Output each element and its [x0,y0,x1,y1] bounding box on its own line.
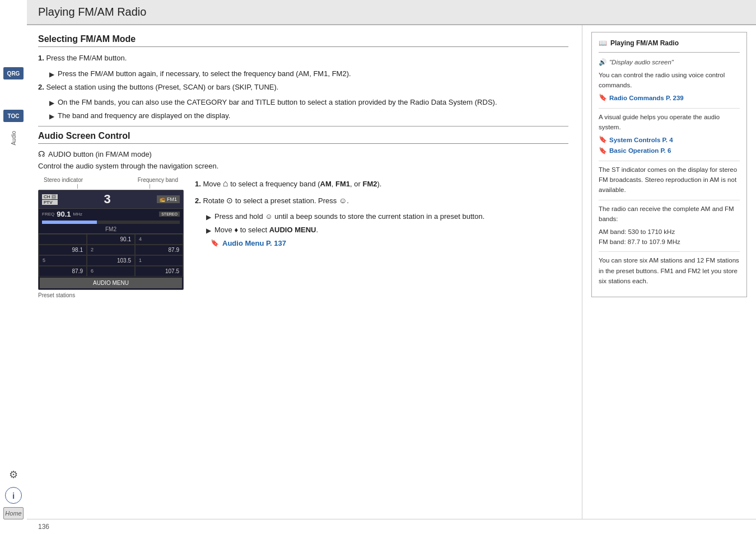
ref-icon-2: 🔖 [599,134,607,145]
screen-fm1: 📻 FM1 [157,195,180,203]
page-title-bar: Playing FM/AM Radio [27,0,756,25]
audio-menu-link-row[interactable]: 🔖 Audio Menu P. 137 [211,238,568,249]
page-footer: 136 [27,519,756,534]
right-para1: You can control the radio using voice co… [599,70,740,91]
step2: 2. Select a station using the buttons (P… [38,82,568,93]
preset-freq-5: 103.5 [87,255,135,266]
system-controls-link[interactable]: 🔖 System Controls P. 4 [599,134,740,145]
gear-icon[interactable]: ⚙ [4,466,22,484]
screen-ch-box: □ [52,194,57,199]
preset-freq-4: 98.1 [39,245,87,255]
right-column: 📖 Playing FM/AM Radio 🔊 "Display audio s… [582,25,756,519]
radio-commands-link[interactable]: 🔖 Radio Commands P. 239 [599,92,740,103]
step1-sub1: ▶ Press the FM/AM button again, if neces… [49,68,568,79]
right-para5: You can store six AM stations and 12 FM … [599,255,740,286]
move-icon: ⌂ [223,179,228,188]
screen-fm2-label: FM2 [39,225,183,233]
right-sub2: ▶ Move ♦ to select AUDIO MENU. [206,224,568,236]
screen-presets: 90.1 4 98.1 2 87.9 5 103.5 1 87.9 6 10 [39,233,183,277]
screen-audio-menu: AUDIO MENU [40,278,182,288]
right-step1: 1. Move ⌂ to select a frequency band (AM… [195,177,568,190]
audio-header-text: AUDIO button (in FM/AM mode) [48,150,152,158]
screen-top-row: CH □ PTV 3 📻 FM1 [39,190,183,209]
visual-guide-section: A visual guide helps you operate the aud… [599,112,740,156]
main-content: Playing FM/AM Radio Selecting FM/AM Mode… [27,0,756,534]
arrow-bullet-5: ▶ [206,226,211,236]
screen-label-right: Frequency band [138,177,178,183]
left-column: Selecting FM/AM Mode 1. Press the FM/AM … [27,25,582,519]
right-para2: A visual guide helps you operate the aud… [599,112,740,133]
right-sub2-text: Move ♦ to select AUDIO MENU. [214,224,318,236]
freq-label: FREQ [42,212,54,217]
preset-num-5: 5 [39,255,87,266]
audio-desc: Control the audio system through the nav… [38,162,568,170]
voice-icon: 🔊 [599,57,606,67]
audio-header: ☊ AUDIO button (in FM/AM mode) [38,149,568,158]
page-number: 136 [38,523,49,531]
radio-commands-anchor[interactable]: Radio Commands P. 239 [609,93,684,103]
right-sub1-text: Press and hold ☺ until a beep sounds to … [214,211,484,222]
screen-labels: Stereo indicator Frequency band [38,177,184,183]
preset-freq-1b: 87.9 [39,266,87,277]
home-button[interactable]: Home [3,507,24,519]
step2-sub2: ▶ The band and frequency are displayed o… [49,110,568,121]
right-step1-num: 1. [195,180,201,188]
info-box-title: 📖 Playing FM/AM Radio [599,38,740,49]
book-icon: 📖 [599,38,607,49]
freq-unit: MHz [73,212,82,217]
ref-icon-audio: 🔖 [211,238,219,248]
voice-section: 🔊 "Display audio screen" You can control… [599,57,740,103]
step1: 1. Press the FM/AM button. [38,53,568,64]
basic-operation-link[interactable]: 🔖 Basic Operation P. 6 [599,146,740,156]
basic-operation-anchor[interactable]: Basic Operation P. 6 [609,146,671,156]
arrow-bullet-3: ▶ [49,111,54,121]
step1-sub1-text: Press the FM/AM button again, if necessa… [58,68,351,79]
right-para3: The ST indicator comes on the display fo… [599,165,740,195]
audio-menu-link[interactable]: Audio Menu P. 137 [222,238,286,249]
press-icon: ☺ [339,196,347,205]
preset-freq-1: 90.1 [87,234,135,245]
preset-freq-2: 87.9 [135,245,183,255]
stereo-indicator: STEREO [159,212,180,217]
right-step2: 2. Rotate ⊙ to select a preset station. … [195,195,568,207]
screen-ptv: PTV [42,200,58,205]
right-step2-num: 2. [195,196,201,205]
preset-cell-empty [39,234,87,245]
section-label: Audio [11,131,17,146]
store-section: You can store six AM stations and 12 FM … [599,255,740,286]
freq-value: 90.1 [57,210,71,218]
info-icon[interactable]: i [5,487,22,504]
step2-sub1-text: On the FM bands, you can also use the CA… [58,97,497,108]
section2-title: Audio Screen Control [38,131,568,144]
screen-freq-row: FREQ 90.1 MHz STEREO [39,209,183,219]
sidebar: QRG TOC Audio ⚙ i Home [0,0,27,534]
screen-channel-num: 3 [104,192,111,207]
arrow-bullet-2: ▶ [49,98,54,108]
preset-num-6: 6 [87,266,135,277]
screen-label-left: Stereo indicator [44,177,83,183]
ref-icon-3: 🔖 [599,146,607,156]
fm-band-text: FM band: 87.7 to 107.9 MHz [599,237,740,247]
content-area: Selecting FM/AM Mode 1. Press the FM/AM … [27,25,756,519]
preset-num-2: 2 [87,245,135,255]
info-box: 📖 Playing FM/AM Radio 🔊 "Display audio s… [591,32,747,297]
system-controls-anchor[interactable]: System Controls P. 4 [609,135,673,145]
bands-section: The radio can receive the complete AM an… [599,204,740,247]
divider-1 [38,126,568,127]
tuning-bar [42,221,180,224]
screen-ch-ptv: CH □ PTV [42,194,58,205]
page-title: Playing FM/AM Radio [38,6,745,18]
qrg-button[interactable]: QRG [3,67,24,79]
right-para4: The radio can receive the complete AM an… [599,204,740,224]
arrow-bullet-4: ▶ [206,212,211,222]
step1-num: 1. [38,54,44,62]
step2-sub1: ▶ On the FM bands, you can also use the … [49,97,568,108]
preset-num-4: 4 [135,234,183,245]
right-sub1: ▶ Press and hold ☺ until a beep sounds t… [206,211,568,222]
rotate-icon: ⊙ [226,196,233,205]
fm-icon: 📻 [160,197,165,202]
section1-title: Selecting FM/AM Mode [38,34,568,47]
toc-button[interactable]: TOC [3,110,24,122]
st-indicator-section: The ST indicator comes on the display fo… [599,165,740,195]
screen-mockup: Stereo indicator Frequency band [38,177,184,298]
